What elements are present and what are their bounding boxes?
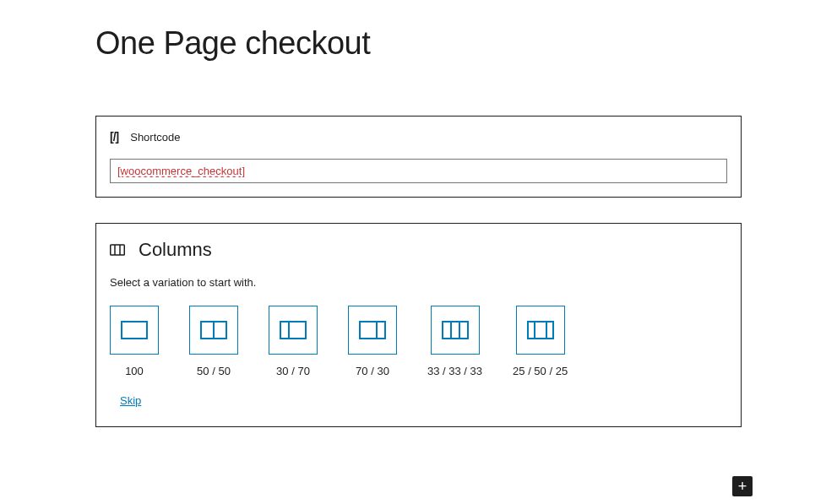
shortcode-icon: [/] xyxy=(110,130,118,144)
shortcode-block: [/] Shortcode xyxy=(95,116,742,198)
variation-100-label: 100 xyxy=(125,365,144,377)
columns-block-title: Columns xyxy=(139,239,212,261)
columns-icon xyxy=(110,244,125,256)
svg-rect-10 xyxy=(443,322,468,339)
variation-33-33-33-label: 33 / 33 / 33 xyxy=(427,365,482,377)
shortcode-input[interactable] xyxy=(110,159,727,183)
variation-30-70[interactable]: 30 / 70 xyxy=(269,306,318,377)
page-title: One Page checkout xyxy=(95,25,837,62)
variation-70-30[interactable]: 70 / 30 xyxy=(348,306,397,377)
columns-block: Columns Select a variation to start with… xyxy=(95,223,742,427)
svg-rect-0 xyxy=(111,245,125,255)
variation-30-70-label: 30 / 70 xyxy=(276,365,310,377)
variation-70-30-preview xyxy=(348,306,397,355)
columns-block-description: Select a variation to start with. xyxy=(110,276,727,289)
columns-block-header: Columns xyxy=(110,239,727,261)
variation-25-50-25[interactable]: 25 / 50 / 25 xyxy=(513,306,568,377)
plus-icon: + xyxy=(738,479,747,494)
variation-100[interactable]: 100 xyxy=(110,306,159,377)
block-header: [/] Shortcode xyxy=(110,130,727,144)
svg-rect-3 xyxy=(122,322,147,339)
svg-rect-8 xyxy=(360,322,385,339)
svg-rect-6 xyxy=(280,322,306,339)
variation-25-50-25-preview xyxy=(516,306,565,355)
variation-30-70-preview xyxy=(269,306,318,355)
variation-50-50-preview xyxy=(189,306,238,355)
variation-50-50-label: 50 / 50 xyxy=(197,365,231,377)
svg-rect-13 xyxy=(528,322,553,339)
variations-row: 100 50 / 50 30 / 70 xyxy=(110,306,727,377)
variation-33-33-33-preview xyxy=(431,306,480,355)
variation-25-50-25-label: 25 / 50 / 25 xyxy=(513,365,568,377)
variation-100-preview xyxy=(110,306,159,355)
add-block-button[interactable]: + xyxy=(732,476,753,496)
variation-70-30-label: 70 / 30 xyxy=(356,365,389,377)
variation-33-33-33[interactable]: 33 / 33 / 33 xyxy=(427,306,482,377)
skip-link[interactable]: Skip xyxy=(120,394,141,407)
shortcode-label: Shortcode xyxy=(130,131,180,144)
variation-50-50[interactable]: 50 / 50 xyxy=(189,306,238,377)
